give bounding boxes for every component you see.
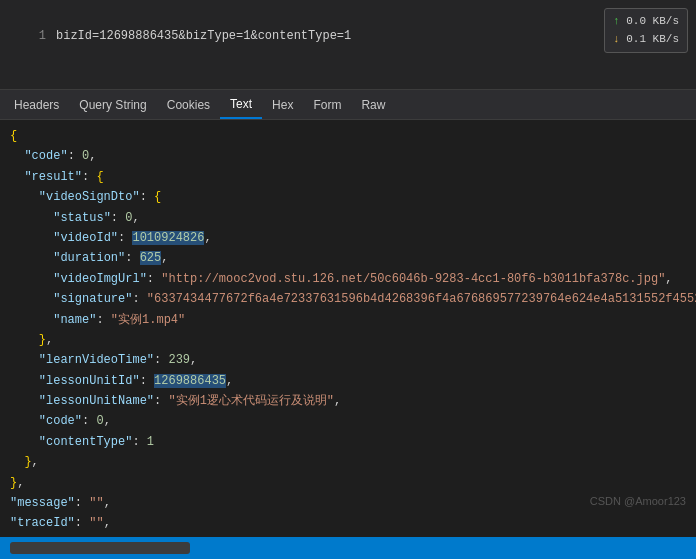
- tab-form[interactable]: Form: [303, 92, 351, 118]
- json-outer-close: },: [10, 473, 686, 493]
- json-video-img-url: "videoImgUrl": "http://mooc2vod.stu.126.…: [10, 269, 686, 289]
- json-learn-video-time: "learnVideoTime": 239,: [10, 350, 686, 370]
- json-status: "status": 0,: [10, 208, 686, 228]
- json-result: "result": {: [10, 167, 686, 187]
- json-message: "message": "",: [10, 493, 686, 513]
- tab-hex[interactable]: Hex: [262, 92, 303, 118]
- query-string-value: bizId=12698886435&bizType=1&contentType=…: [56, 29, 351, 43]
- json-duration: "duration": 625,: [10, 248, 686, 268]
- json-result-close: },: [10, 452, 686, 472]
- status-bar: [0, 537, 696, 559]
- json-sampled: "sampled": false: [10, 534, 686, 537]
- tab-bar: Headers Query String Cookies Text Hex Fo…: [0, 90, 696, 120]
- json-video-sign-close: },: [10, 330, 686, 350]
- scroll-indicator[interactable]: [10, 542, 190, 554]
- json-signature: "signature": "6337434477672f6a4e72337631…: [10, 289, 686, 309]
- query-bar: 1bizId=12698886435&bizType=1&contentType…: [0, 0, 696, 90]
- up-arrow-icon: [613, 15, 626, 27]
- speed-badge: 0.0 KB/s 0.1 KB/s: [604, 8, 688, 53]
- tab-text[interactable]: Text: [220, 91, 262, 119]
- tab-headers[interactable]: Headers: [4, 92, 69, 118]
- json-open-brace: {: [10, 126, 686, 146]
- json-video-sign-dto: "videoSignDto": {: [10, 187, 686, 207]
- upload-speed: 0.0 KB/s: [613, 13, 679, 31]
- download-speed: 0.1 KB/s: [613, 31, 679, 49]
- json-name: "name": "实例1.mp4": [10, 310, 686, 330]
- down-arrow-icon: [613, 33, 626, 45]
- content-area: { "code": 0, "result": { "videoSignDto":…: [0, 120, 696, 537]
- download-speed-value: 0.1 KB/s: [626, 33, 679, 45]
- json-code2: "code": 0,: [10, 411, 686, 431]
- watermark: CSDN @Amoor123: [590, 495, 686, 507]
- tab-raw[interactable]: Raw: [351, 92, 395, 118]
- line-number: 1: [39, 29, 46, 43]
- json-content-type: "contentType": 1: [10, 432, 686, 452]
- json-code: "code": 0,: [10, 146, 686, 166]
- json-video-id: "videoId": 1010924826,: [10, 228, 686, 248]
- json-lesson-unit-id: "lessonUnitId": 1269886435,: [10, 371, 686, 391]
- json-trace-id: "traceId": "",: [10, 513, 686, 533]
- tab-query-string[interactable]: Query String: [69, 92, 156, 118]
- upload-speed-value: 0.0 KB/s: [626, 15, 679, 27]
- tab-cookies[interactable]: Cookies: [157, 92, 220, 118]
- json-lesson-unit-name: "lessonUnitName": "实例1逻心术代码运行及说明",: [10, 391, 686, 411]
